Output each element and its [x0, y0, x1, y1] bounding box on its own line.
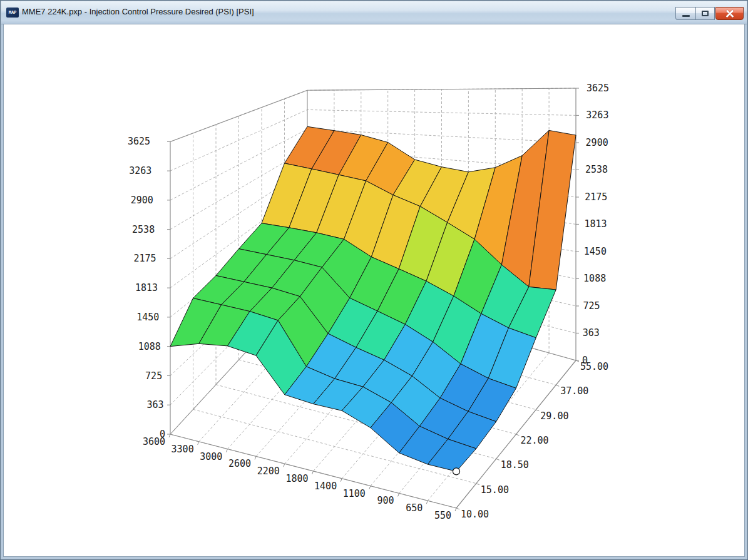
titlebar[interactable]: MAP MME7 224K.pxp - Injection Control Pr…: [1, 1, 747, 24]
close-icon: [725, 10, 734, 18]
axis-tick-label: 22.00: [521, 435, 549, 446]
axis-tick-label: 2175: [133, 253, 156, 264]
axis-tick-label: 1450: [136, 312, 159, 323]
axis-tick-label: 10.00: [461, 509, 489, 520]
axis-tick-label: 2538: [585, 164, 608, 175]
maximize-icon: [702, 11, 709, 16]
axis-tick-label: 2200: [257, 466, 280, 477]
axis-tick-label: 3263: [586, 109, 608, 121]
app-icon-label: MAP: [9, 10, 17, 15]
axis-tick-label: 2175: [585, 191, 607, 203]
z-axis-labels-left: 036372510881450181321752538290032633625: [128, 136, 165, 440]
axis-tick-label: 1088: [138, 341, 161, 352]
z-axis-labels-right: 036372510881450181321752538290032633625: [582, 83, 609, 366]
axis-tick-label: 29.00: [540, 410, 568, 422]
axis-tick-label: 1800: [285, 473, 308, 484]
close-button[interactable]: [715, 7, 744, 20]
axis-tick-label: 15.00: [481, 484, 509, 496]
plot-area: 0363725108814501813217525382900326336250…: [3, 24, 745, 557]
axis-tick-label: 650: [406, 502, 423, 514]
axis-tick-label: 1450: [584, 246, 607, 257]
axis-tick-label: 550: [434, 510, 451, 521]
axis-tick-label: 900: [377, 495, 394, 506]
axis-tick-label: 3600: [143, 436, 165, 447]
app-icon: MAP: [6, 8, 19, 18]
axis-tick-label: 1813: [585, 218, 607, 230]
axis-tick-label: 2538: [132, 224, 155, 235]
minimize-icon: [682, 15, 690, 17]
axis-tick-label: 2900: [586, 137, 608, 148]
selected-cell-marker[interactable]: [453, 468, 460, 475]
minimize-button[interactable]: [675, 7, 695, 20]
axis-tick-label: 363: [583, 327, 600, 339]
axis-tick-label: 1813: [135, 282, 158, 293]
axis-tick-label: 3000: [200, 451, 222, 462]
axis-tick-label: 2600: [228, 458, 251, 469]
axis-tick-label: 3625: [128, 136, 150, 147]
axis-tick-label: 37.00: [560, 385, 588, 397]
axis-tick-label: 18.50: [501, 459, 529, 471]
axis-tick-label: 3263: [129, 165, 151, 176]
axis-tick-label: 55.00: [580, 361, 608, 372]
axis-tick-label: 2900: [131, 195, 153, 206]
surface-mesh[interactable]: [170, 126, 576, 471]
window-title: MME7 224K.pxp - Injection Control Pressu…: [22, 1, 254, 24]
caption-buttons: [675, 7, 744, 20]
axis-tick-label: 725: [145, 370, 162, 382]
maximize-button[interactable]: [695, 7, 715, 20]
axis-tick-label: 363: [147, 399, 164, 410]
surface-plot[interactable]: 0363725108814501813217525382900326336250…: [4, 24, 745, 557]
axis-tick-label: 3300: [172, 444, 194, 455]
app-window: MAP MME7 224K.pxp - Injection Control Pr…: [0, 0, 748, 560]
axis-tick-label: 1100: [343, 488, 366, 499]
axis-tick-label: 3625: [587, 83, 609, 94]
axis-tick-label: 725: [583, 300, 600, 312]
axis-tick-label: 1088: [583, 273, 606, 284]
axis-tick-label: 1400: [314, 481, 337, 492]
